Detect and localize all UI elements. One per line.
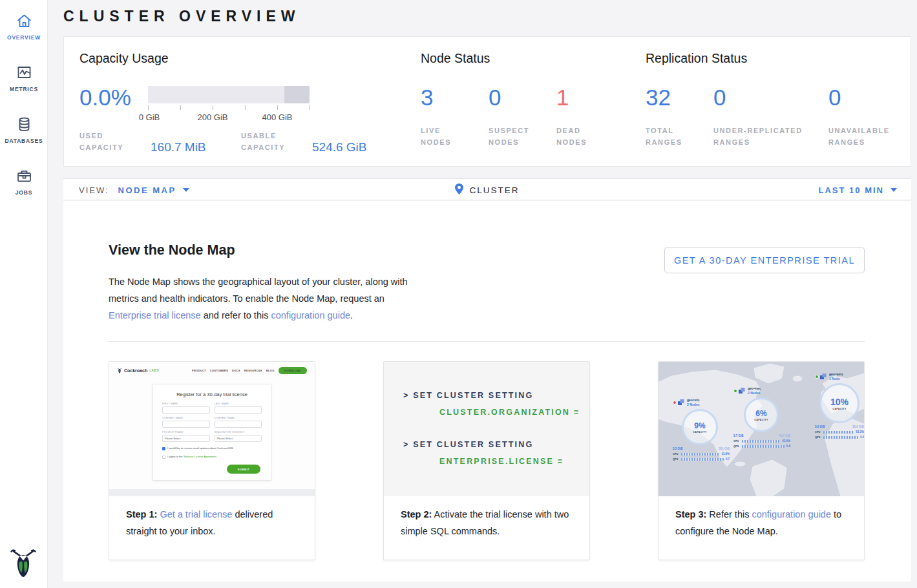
sidebar-item-label: JOBS xyxy=(16,189,32,196)
qps-label: QPS xyxy=(673,457,679,461)
time-range-value: LAST 10 MIN xyxy=(819,185,884,195)
cpu-label: CPU xyxy=(673,452,679,456)
node-capacity-percent: 9% xyxy=(694,421,705,430)
node-cube-icon xyxy=(739,388,745,394)
node-cube-icon xyxy=(678,399,684,406)
divider xyxy=(109,341,865,342)
mini-nav-item: BLOG xyxy=(266,369,275,372)
mini-select: Please Select xyxy=(215,435,262,442)
get-trial-license-link[interactable]: Get a trial license xyxy=(160,509,232,520)
node-locality: geo=ams xyxy=(829,372,843,376)
mini-checkbox-empty xyxy=(162,456,165,459)
description-text: . xyxy=(350,310,353,320)
sidebar-item-databases[interactable]: DATABASES xyxy=(0,103,48,155)
capacity-usage-section: Capacity Usage 0.0% 0 GiB 200 GiB 400 Gi… xyxy=(64,37,421,166)
node-map-heading: View the Node Map xyxy=(109,242,235,258)
step2-code-block: > SET CLUSTER SETTING CLUSTER.ORGANIZATI… xyxy=(384,362,589,496)
cockroachdb-logo-icon xyxy=(9,547,37,579)
metrics-icon xyxy=(15,63,33,81)
mini-field-label: LAST NAME xyxy=(215,403,262,405)
node-total-capacity: 43.7 GiB xyxy=(779,434,790,437)
step3-text: Refer this xyxy=(706,509,752,520)
node-capacity-label: CAPACITY xyxy=(754,419,768,421)
qps-bar xyxy=(823,436,858,439)
sql-prompt-line: > SET CLUSTER SETTING xyxy=(403,440,589,449)
map-node-ams: geo=ams 1 Node 10% CAPACITY 3.6 GiB 36.6… xyxy=(815,372,864,439)
step3-node-map-preview: geo=sfo 2 Nodes 9% CAPACITY 3.2 GiB 351 … xyxy=(659,362,864,496)
node-capacity-label: CAPACITY xyxy=(832,408,847,410)
step2-label: Step 2: xyxy=(401,509,432,520)
node-capacity-label: CAPACITY xyxy=(693,431,707,434)
mini-field-label: COMPANY NAME xyxy=(162,417,210,419)
unavailable-ranges-stat: 0 UNAVAILABLE RANGES xyxy=(828,85,912,148)
mini-brand-text: Cockroach xyxy=(124,368,147,373)
suspect-nodes-value: 0 xyxy=(489,85,556,110)
step2-caption: Step 2: Activate the trial license with … xyxy=(384,496,589,540)
qps-label: QPS xyxy=(733,445,740,448)
qps-value: 4.4 xyxy=(860,436,864,439)
capacity-gauge-overflow-segment xyxy=(284,86,310,103)
sidebar-item-label: DATABASES xyxy=(5,138,43,144)
capacity-ring: 10% CAPACITY xyxy=(819,383,859,423)
under-replicated-ranges-label: UNDER-REPLICATED RANGES xyxy=(713,125,823,148)
sidebar-item-jobs[interactable]: JOBS xyxy=(0,155,48,207)
qps-bar xyxy=(681,458,724,461)
mini-nav-item: CUSTOMERS xyxy=(210,369,228,372)
step1-caption: Step 1: Get a trial license delivered st… xyxy=(109,496,315,540)
node-map-panel: View the Node Map The Node Map shows the… xyxy=(63,201,911,582)
under-replicated-ranges-stat: 0 UNDER-REPLICATED RANGES xyxy=(713,85,828,148)
step1-preview-image: Cockroach LABS PRODUCT CUSTOMERS DOCS RE… xyxy=(109,362,315,496)
mini-field-label: FIRST NAME xyxy=(162,403,210,405)
replication-status-section: Replication Status 32 TOTAL RANGES 0 UND… xyxy=(646,37,912,166)
usable-capacity-value: 524.6 GiB xyxy=(312,140,367,154)
mini-brand-suffix: LABS xyxy=(149,368,159,372)
cpu-label: CPU xyxy=(733,439,740,443)
usable-capacity-label: USABLE CAPACITY xyxy=(241,130,297,153)
capacity-gauge-labels: 0 GiB 200 GiB 400 GiB xyxy=(148,112,310,123)
cpu-value: 42.5% xyxy=(782,439,790,443)
view-bar: VIEW: NODE MAP CLUSTER LAST 10 MIN xyxy=(63,178,911,200)
configuration-guide-link[interactable]: configuration guide xyxy=(752,509,831,520)
mini-input xyxy=(215,406,262,414)
dead-nodes-label: DEAD NODES xyxy=(556,125,608,148)
qps-value: 4.7 xyxy=(726,457,730,461)
qps-bar xyxy=(742,445,785,448)
breadcrumb: CLUSTER xyxy=(63,179,911,201)
enterprise-trial-button[interactable]: GET A 30-DAY ENTERPRISE TRIAL xyxy=(664,247,865,273)
capacity-gauge-bar xyxy=(148,86,310,103)
step1-label: Step 1: xyxy=(126,509,157,520)
sidebar-item-overview[interactable]: OVERVIEW xyxy=(0,0,48,52)
chevron-down-icon xyxy=(891,188,897,192)
node-used-capacity: 3.7 GiB xyxy=(733,434,744,437)
node-locality: geo=sfo xyxy=(687,398,699,402)
tick-label: 400 GiB xyxy=(262,112,293,122)
under-replicated-ranges-value: 0 xyxy=(713,85,828,110)
page-title: CLUSTER OVERVIEW xyxy=(63,8,300,25)
map-node-sfo: geo=sfo 2 Nodes 9% CAPACITY 3.2 GiB 351 … xyxy=(673,398,730,461)
usable-capacity: USABLE CAPACITY 524.6 GiB xyxy=(241,130,367,153)
tick-label: 200 GiB xyxy=(198,112,228,122)
sidebar-item-metrics[interactable]: METRICS xyxy=(0,52,48,103)
cluster-summary-card: Capacity Usage 0.0% 0 GiB 200 GiB 400 Gi… xyxy=(63,36,911,167)
configuration-guide-link[interactable]: configuration guide xyxy=(271,310,350,320)
mini-nav-item: RESOURCES xyxy=(244,369,262,372)
mini-footer-strip xyxy=(109,489,315,496)
node-status-section: Node Status 3 LIVE NODES 0 SUSPECT NODES… xyxy=(421,37,646,166)
description-text: and refer to this xyxy=(201,310,271,320)
live-nodes-value: 3 xyxy=(421,85,489,110)
total-ranges-value: 32 xyxy=(646,85,713,110)
node-count: 2 Nodes xyxy=(748,391,761,395)
mini-nav: PRODUCT CUSTOMERS DOCS RESOURCES BLOG DO… xyxy=(192,367,307,374)
used-capacity: USED CAPACITY 160.7 MiB xyxy=(79,130,206,153)
mini-download-button: DOWNLOAD xyxy=(279,367,307,374)
qps-label: QPS xyxy=(815,436,821,439)
mini-form-title: Register for a 30-day trial license xyxy=(162,392,262,397)
enterprise-trial-license-link[interactable]: Enterprise trial license xyxy=(109,310,201,320)
capacity-usage-title: Capacity Usage xyxy=(79,51,169,66)
cpu-value: 11.0% xyxy=(721,452,730,456)
sidebar-item-label: METRICS xyxy=(10,86,38,92)
node-used-capacity: 3.6 GiB xyxy=(815,425,825,428)
mini-input xyxy=(215,421,262,428)
used-capacity-value: 160.7 MiB xyxy=(151,140,206,154)
time-range-dropdown[interactable]: LAST 10 MIN xyxy=(819,179,897,201)
